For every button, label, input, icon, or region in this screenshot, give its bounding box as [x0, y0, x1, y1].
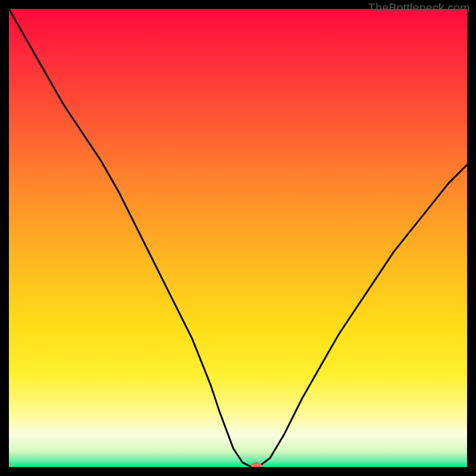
- chart-svg: [9, 9, 467, 467]
- watermark-text: TheBottleneck.com: [368, 1, 470, 15]
- optimal-point-marker: [251, 462, 262, 467]
- plot-area: [9, 9, 467, 467]
- gradient-background: [9, 9, 467, 467]
